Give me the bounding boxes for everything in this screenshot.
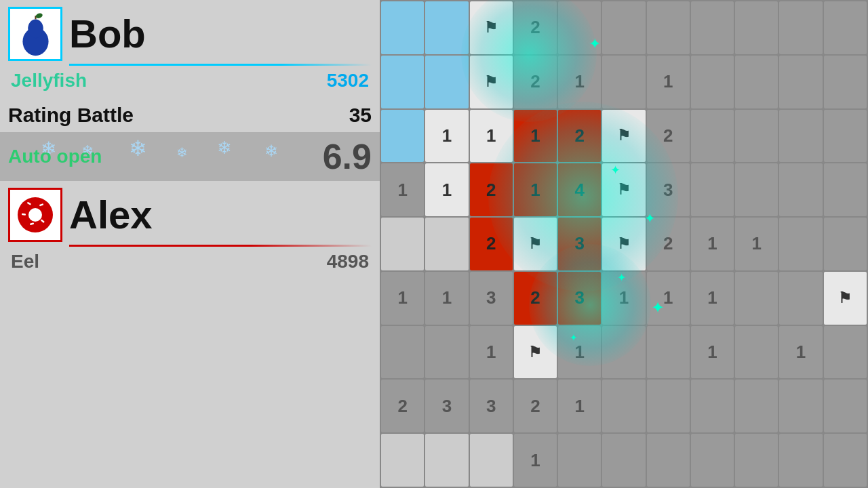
grid-cell-74[interactable] xyxy=(735,326,778,379)
grid-cell-29[interactable] xyxy=(691,110,734,163)
grid-cell-14[interactable]: 2 xyxy=(514,56,557,108)
grid-cell-37[interactable]: 4 xyxy=(558,163,601,216)
grid-cell-23[interactable]: 1 xyxy=(425,110,468,163)
grid-cell-83[interactable] xyxy=(647,380,690,432)
grid-cell-19[interactable] xyxy=(735,56,778,108)
grid-cell-13[interactable]: ⚑ xyxy=(470,56,513,108)
grid-cell-89[interactable] xyxy=(425,434,468,487)
grid-cell-58[interactable]: 2 xyxy=(514,272,557,325)
grid-cell-2[interactable]: ⚑ xyxy=(470,1,513,54)
grid-cell-88[interactable] xyxy=(381,434,424,487)
flag-icon: ⚑ xyxy=(617,181,631,199)
grid-cell-51[interactable]: 1 xyxy=(691,218,734,270)
grid-cell-71[interactable] xyxy=(602,326,645,379)
grid-cell-65[interactable]: ⚑ xyxy=(824,272,867,325)
grid-cell-67[interactable] xyxy=(425,326,468,379)
grid-cell-25[interactable]: 1 xyxy=(514,110,557,163)
grid-cell-9[interactable] xyxy=(779,1,822,54)
grid-cell-90[interactable] xyxy=(470,434,513,487)
grid-cell-55[interactable]: 1 xyxy=(381,272,424,325)
grid-cell-93[interactable] xyxy=(602,434,645,487)
grid-cell-20[interactable] xyxy=(779,56,822,108)
alex-name: Alex xyxy=(69,195,153,235)
flag-icon: ⚑ xyxy=(528,344,542,361)
grid-cell-96[interactable] xyxy=(735,434,778,487)
grid-cell-38[interactable]: ⚑ xyxy=(602,163,645,216)
grid-cell-41[interactable] xyxy=(735,163,778,216)
grid-cell-79[interactable]: 3 xyxy=(470,380,513,432)
grid-cell-47[interactable]: ⚑ xyxy=(514,218,557,270)
grid-cell-12[interactable] xyxy=(425,56,468,108)
grid-cell-80[interactable]: 2 xyxy=(514,380,557,432)
grid-cell-3[interactable]: 2 xyxy=(514,1,557,54)
grid-cell-48[interactable]: 3 xyxy=(558,218,601,270)
grid-cell-17[interactable]: 1 xyxy=(647,56,690,108)
grid-cell-56[interactable]: 1 xyxy=(425,272,468,325)
grid-cell-76[interactable] xyxy=(824,326,867,379)
grid-cell-27[interactable]: ⚑ xyxy=(602,110,645,163)
grid-cell-5[interactable] xyxy=(602,1,645,54)
grid-cell-16[interactable] xyxy=(602,56,645,108)
grid-cell-72[interactable] xyxy=(647,326,690,379)
grid-cell-34[interactable]: 1 xyxy=(425,163,468,216)
grid-cell-64[interactable] xyxy=(779,272,822,325)
grid-cell-75[interactable]: 1 xyxy=(779,326,822,379)
grid-cell-68[interactable]: 1 xyxy=(470,326,513,379)
grid-cell-33[interactable]: 1 xyxy=(381,163,424,216)
grid-cell-7[interactable] xyxy=(691,1,734,54)
grid-cell-11[interactable] xyxy=(381,56,424,108)
grid-cell-49[interactable]: ⚑ xyxy=(602,218,645,270)
grid-cell-70[interactable]: 1 xyxy=(558,326,601,379)
grid-cell-40[interactable] xyxy=(691,163,734,216)
grid-cell-82[interactable] xyxy=(602,380,645,432)
grid-cell-95[interactable] xyxy=(691,434,734,487)
grid-cell-52[interactable]: 1 xyxy=(735,218,778,270)
grid-cell-15[interactable]: 1 xyxy=(558,56,601,108)
grid-cell-24[interactable]: 1 xyxy=(470,110,513,163)
grid-cell-92[interactable] xyxy=(558,434,601,487)
grid-cell-84[interactable] xyxy=(691,380,734,432)
grid-cell-94[interactable] xyxy=(647,434,690,487)
grid-cell-21[interactable] xyxy=(824,56,867,108)
grid-cell-91[interactable]: 1 xyxy=(514,434,557,487)
grid-cell-44[interactable] xyxy=(381,218,424,270)
grid-cell-54[interactable] xyxy=(824,218,867,270)
grid-cell-28[interactable]: 2 xyxy=(647,110,690,163)
grid-cell-66[interactable] xyxy=(381,326,424,379)
grid-cell-18[interactable] xyxy=(691,56,734,108)
grid-cell-85[interactable] xyxy=(735,380,778,432)
grid-cell-77[interactable]: 2 xyxy=(381,380,424,432)
grid-cell-22[interactable] xyxy=(381,110,424,163)
grid-cell-30[interactable] xyxy=(735,110,778,163)
grid-cell-53[interactable] xyxy=(779,218,822,270)
grid-cell-46[interactable]: 2 xyxy=(470,218,513,270)
grid-cell-86[interactable] xyxy=(779,380,822,432)
grid-cell-36[interactable]: 1 xyxy=(514,163,557,216)
grid-cell-39[interactable]: 3 xyxy=(647,163,690,216)
grid-cell-32[interactable] xyxy=(824,110,867,163)
grid-cell-81[interactable]: 1 xyxy=(558,380,601,432)
grid-cell-8[interactable] xyxy=(735,1,778,54)
alex-icon xyxy=(8,188,62,242)
grid-cell-1[interactable] xyxy=(425,1,468,54)
grid-cell-87[interactable] xyxy=(824,380,867,432)
grid-cell-26[interactable]: 2 xyxy=(558,110,601,163)
grid-cell-78[interactable]: 3 xyxy=(425,380,468,432)
grid-cell-73[interactable]: 1 xyxy=(691,326,734,379)
grid-cell-31[interactable] xyxy=(779,110,822,163)
grid-cell-42[interactable] xyxy=(779,163,822,216)
grid-cell-6[interactable] xyxy=(647,1,690,54)
grid-cell-45[interactable] xyxy=(425,218,468,270)
grid-cell-69[interactable]: ⚑ xyxy=(514,326,557,379)
grid-cell-97[interactable] xyxy=(779,434,822,487)
grid-cell-10[interactable] xyxy=(824,1,867,54)
grid-cell-59[interactable]: 3 xyxy=(558,272,601,325)
grid-cell-63[interactable] xyxy=(735,272,778,325)
bob-name: Bob xyxy=(69,14,146,54)
grid-cell-35[interactable]: 2 xyxy=(470,163,513,216)
grid-cell-43[interactable] xyxy=(824,163,867,216)
grid-cell-98[interactable] xyxy=(824,434,867,487)
grid-cell-62[interactable]: 1 xyxy=(691,272,734,325)
grid-cell-57[interactable]: 3 xyxy=(470,272,513,325)
grid-cell-0[interactable] xyxy=(381,1,424,54)
